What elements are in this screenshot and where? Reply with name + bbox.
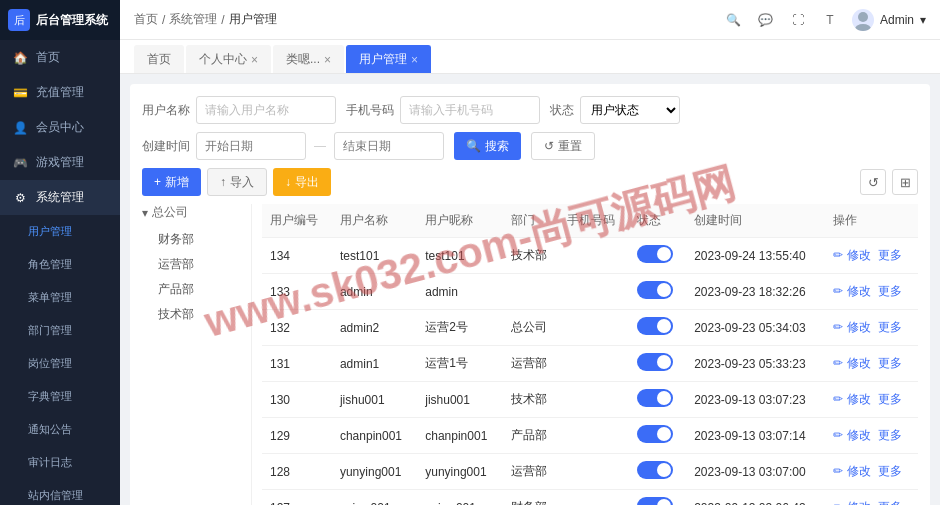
- sidebar-item-menu-mgmt[interactable]: 菜单管理: [0, 281, 120, 314]
- sidebar-label-dept-mgmt: 部门管理: [28, 323, 72, 338]
- tab-personal[interactable]: 个人中心 ×: [186, 45, 271, 73]
- cell-status: [629, 346, 686, 382]
- more-link[interactable]: 更多: [878, 464, 902, 478]
- cell-id: 129: [262, 418, 332, 454]
- edit-link[interactable]: ✏ 修改: [833, 392, 870, 406]
- filter-phone: 手机号码: [346, 96, 540, 124]
- username-input[interactable]: [196, 96, 336, 124]
- more-link[interactable]: 更多: [878, 500, 902, 505]
- filter-row-2: 创建时间 — 🔍 搜索 ↺ 重置: [142, 132, 918, 160]
- filter-row-1: 用户名称 手机号码 状态 用户状态 启用 禁用: [142, 96, 918, 124]
- add-button[interactable]: + 新增: [142, 168, 201, 196]
- sidebar-item-recharge[interactable]: 💳 充值管理: [0, 75, 120, 110]
- status-toggle[interactable]: [637, 317, 673, 335]
- cell-created: 2023-09-13 03:07:00: [686, 454, 825, 490]
- top-header: 首页 / 系统管理 / 用户管理 🔍 💬 ⛶ T Admin ▾: [120, 0, 940, 40]
- dept-tree-item-product[interactable]: 产品部: [142, 277, 243, 302]
- import-button[interactable]: ↑ 导入: [207, 168, 267, 196]
- table-row: 129 chanpin001 chanpin001 产品部 2023-09-13…: [262, 418, 918, 454]
- message-icon[interactable]: 💬: [756, 10, 776, 30]
- cell-actions: ✏ 修改 更多: [825, 418, 918, 454]
- status-toggle[interactable]: [637, 461, 673, 479]
- cell-actions: ✏ 修改 更多: [825, 310, 918, 346]
- sidebar-item-notice[interactable]: 通知公告: [0, 413, 120, 446]
- status-toggle[interactable]: [637, 245, 673, 263]
- sidebar-item-post-mgmt[interactable]: 岗位管理: [0, 347, 120, 380]
- more-link[interactable]: 更多: [878, 320, 902, 334]
- start-date-input[interactable]: [196, 132, 306, 160]
- sidebar-item-audit[interactable]: 审计日志: [0, 446, 120, 479]
- cell-status: [629, 274, 686, 310]
- breadcrumb-system[interactable]: 系统管理: [169, 11, 217, 28]
- more-link[interactable]: 更多: [878, 356, 902, 370]
- dept-root-label[interactable]: 总公司: [152, 204, 188, 221]
- fullscreen-icon[interactable]: ⛶: [788, 10, 808, 30]
- reset-button[interactable]: ↺ 重置: [531, 132, 595, 160]
- tab-category-label: 类嗯...: [286, 51, 320, 68]
- sidebar-item-game[interactable]: 🎮 游戏管理: [0, 145, 120, 180]
- tab-personal-close[interactable]: ×: [251, 53, 258, 67]
- status-select[interactable]: 用户状态 启用 禁用: [580, 96, 680, 124]
- tab-user-mgmt-close[interactable]: ×: [411, 53, 418, 67]
- sidebar-item-role-mgmt[interactable]: 角色管理: [0, 248, 120, 281]
- status-toggle[interactable]: [637, 425, 673, 443]
- sidebar-item-home[interactable]: 🏠 首页: [0, 40, 120, 75]
- edit-link[interactable]: ✏ 修改: [833, 356, 870, 370]
- edit-link[interactable]: ✏ 修改: [833, 464, 870, 478]
- cell-created: 2023-09-24 13:55:40: [686, 238, 825, 274]
- sidebar-label-menu-mgmt: 菜单管理: [28, 290, 72, 305]
- search-button[interactable]: 🔍 搜索: [454, 132, 521, 160]
- cell-created: 2023-09-23 05:33:23: [686, 346, 825, 382]
- dept-tree-item-finance[interactable]: 财务部: [142, 227, 243, 252]
- cell-status: [629, 418, 686, 454]
- cell-dept: 技术部: [503, 382, 560, 418]
- cell-actions: ✏ 修改 更多: [825, 238, 918, 274]
- sidebar-item-system[interactable]: ⚙ 系统管理: [0, 180, 120, 215]
- edit-link[interactable]: ✏ 修改: [833, 320, 870, 334]
- edit-link[interactable]: ✏ 修改: [833, 500, 870, 505]
- edit-link[interactable]: ✏ 修改: [833, 428, 870, 442]
- main-area: 首页 / 系统管理 / 用户管理 🔍 💬 ⛶ T Admin ▾: [120, 0, 940, 505]
- home-icon: 🏠: [12, 50, 28, 66]
- breadcrumb-home[interactable]: 首页: [134, 11, 158, 28]
- search-icon[interactable]: 🔍: [724, 10, 744, 30]
- edit-link[interactable]: ✏ 修改: [833, 248, 870, 262]
- more-link[interactable]: 更多: [878, 284, 902, 298]
- refresh-button[interactable]: ↺: [860, 169, 886, 195]
- sidebar-item-dept-mgmt[interactable]: 部门管理: [0, 314, 120, 347]
- end-date-input[interactable]: [334, 132, 444, 160]
- more-link[interactable]: 更多: [878, 248, 902, 262]
- dept-tree-item-tech[interactable]: 技术部: [142, 302, 243, 327]
- toolbar-left: + 新增 ↑ 导入 ↓ 导出: [142, 168, 331, 196]
- cell-actions: ✏ 修改 更多: [825, 490, 918, 506]
- more-link[interactable]: 更多: [878, 428, 902, 442]
- tab-category[interactable]: 类嗯... ×: [273, 45, 344, 73]
- sidebar-label-user-mgmt: 用户管理: [28, 224, 72, 239]
- phone-input[interactable]: [400, 96, 540, 124]
- cell-actions: ✏ 修改 更多: [825, 346, 918, 382]
- tab-user-mgmt[interactable]: 用户管理 ×: [346, 45, 431, 73]
- export-button[interactable]: ↓ 导出: [273, 168, 331, 196]
- status-label: 状态: [550, 102, 574, 119]
- edit-link[interactable]: ✏ 修改: [833, 284, 870, 298]
- sidebar-item-dict-mgmt[interactable]: 字典管理: [0, 380, 120, 413]
- status-toggle[interactable]: [637, 353, 673, 371]
- triangle-icon: ▾: [142, 206, 148, 220]
- dropdown-icon[interactable]: ▾: [920, 13, 926, 27]
- more-link[interactable]: 更多: [878, 392, 902, 406]
- tab-category-close[interactable]: ×: [324, 53, 331, 67]
- tab-home[interactable]: 首页: [134, 45, 184, 73]
- font-icon[interactable]: T: [820, 10, 840, 30]
- table-row: 134 test101 test101 技术部 2023-09-24 13:55…: [262, 238, 918, 274]
- status-toggle[interactable]: [637, 389, 673, 407]
- column-settings-button[interactable]: ⊞: [892, 169, 918, 195]
- dept-tree-item-operations[interactable]: 运营部: [142, 252, 243, 277]
- svg-point-1: [855, 24, 871, 31]
- sidebar-label-notice: 通知公告: [28, 422, 72, 437]
- status-toggle[interactable]: [637, 281, 673, 299]
- admin-info[interactable]: Admin ▾: [852, 9, 926, 31]
- status-toggle[interactable]: [637, 497, 673, 505]
- sidebar-item-member[interactable]: 👤 会员中心: [0, 110, 120, 145]
- sidebar-item-station-msg[interactable]: 站内信管理: [0, 479, 120, 505]
- sidebar-item-user-mgmt[interactable]: 用户管理: [0, 215, 120, 248]
